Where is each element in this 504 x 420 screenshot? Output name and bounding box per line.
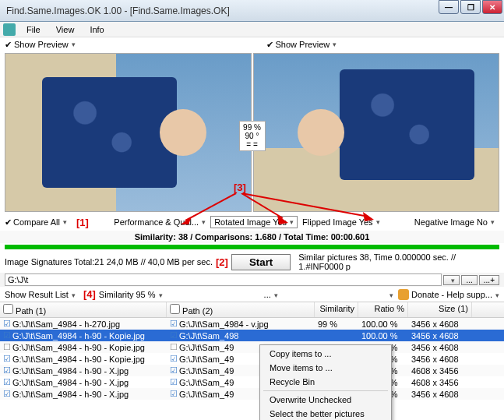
progress-bar (5, 245, 499, 249)
minimize-button[interactable]: — (439, 0, 459, 14)
similarity-filter-dropdown[interactable]: Similarity 95 % (99, 290, 163, 299)
signature-row: Image Signatures Total:21 24,0 MB // 40,… (0, 251, 504, 273)
path-dropdown[interactable] (443, 275, 460, 285)
misc-dropdown[interactable] (386, 290, 393, 299)
table-row[interactable]: G:\J\t\Sam_4984 - h-90 - X.jpgG:\J\t\Sam… (0, 388, 504, 400)
donate-link[interactable]: Donate - Help supp... (411, 290, 499, 299)
preview-right-image (253, 53, 500, 212)
status-summary: Similarity: 38 / Comparisons: 1.680 / To… (0, 231, 504, 243)
ctx-recycle-bin[interactable]: Recycle Bin (260, 375, 391, 389)
table-header: Path (1) Path (2) Similarity Ratio % Siz… (0, 302, 504, 318)
ctx-copy-items[interactable]: Copy items to ... (260, 347, 391, 361)
table-row[interactable]: G:\J\t\Sam_4984 - h-90 - Kopie.jpgG:\J\t… (0, 341, 504, 353)
flipped-image-dropdown[interactable]: Flipped Image Yes (302, 217, 380, 227)
table-row[interactable]: G:\J\t\Sam_4984 - h-90 - X.jpgG:\J\t\Sam… (0, 376, 504, 388)
show-preview-left[interactable]: ✔Show Preview (0, 37, 243, 51)
ctx-select-better[interactable]: Select the better pictures (260, 407, 391, 420)
ctx-move-items[interactable]: Move items to ... (260, 361, 391, 375)
menu-file[interactable]: File (19, 23, 48, 36)
options-row: ✔Compare All [1] x Performance & Qual...… (0, 214, 504, 231)
table-row[interactable]: G:\J\t\Sam_4984 - h-90 - Kopie.jpgG:\J\t… (0, 330, 504, 341)
table-row[interactable]: G:\J\t\Sam_4984 - h-270.jpgG:\J\t\Sam_49… (0, 318, 504, 330)
performance-dropdown[interactable]: Performance & Qual... (114, 217, 206, 227)
extra-dropdown[interactable]: ... (264, 290, 278, 299)
annotation-3: [3] (234, 182, 246, 193)
col-similarity[interactable]: Similarity (315, 302, 358, 317)
start-button[interactable]: Start (231, 254, 291, 270)
table-row[interactable]: G:\J\t\Sam_4984 - h-90 - X.jpgG:\J\t\Sam… (0, 365, 504, 376)
app-icon (3, 23, 16, 36)
rotated-image-dropdown[interactable]: Rotated Image Yes (210, 216, 298, 228)
comparison-info-box: 99 %90 °= = (239, 121, 266, 151)
annotation-1: [1] (76, 217, 89, 228)
col-ratio[interactable]: Ratio % (358, 302, 408, 317)
show-result-dropdown[interactable]: Show Result List (5, 290, 76, 299)
negative-image-dropdown[interactable]: Negative Image No (414, 217, 495, 227)
close-button[interactable]: ✕ (482, 0, 502, 14)
col-path2[interactable]: Path (2) (167, 302, 315, 317)
title-bar: Find.Same.Images.OK 1.00 - [Find.Same.Im… (0, 0, 504, 22)
path-add-button[interactable]: ...+ (479, 275, 499, 285)
signature-stats: Image Signatures Total:21 24,0 MB // 40,… (5, 257, 213, 266)
col-size[interactable]: Size (1) (408, 302, 472, 317)
context-menu: Copy items to ... Move items to ... Recy… (259, 344, 392, 420)
menu-view[interactable]: View (48, 23, 83, 36)
col-path1[interactable]: Path (1) (0, 302, 167, 317)
filter-row: Show Result List [4] Similarity 95 % ...… (0, 287, 504, 302)
maximize-button[interactable]: ❐ (460, 0, 481, 14)
similar-stats: Similar pictures 38, Time 0.000000 sec. … (298, 252, 499, 271)
menu-info[interactable]: Info (82, 23, 111, 36)
ctx-overwrite-unchecked[interactable]: Overwrite Unchecked (260, 393, 391, 407)
window-title: Find.Same.Images.OK 1.00 - [Find.Same.Im… (6, 5, 230, 16)
show-preview-right[interactable]: ✔Show Preview (243, 37, 505, 51)
results-table: Path (1) Path (2) Similarity Ratio % Siz… (0, 302, 504, 400)
path-browse-button[interactable]: ... (461, 275, 477, 285)
table-row[interactable]: G:\J\t\Sam_4984 - h-90 - Kopie.jpgG:\J\t… (0, 353, 504, 365)
annotation-4: [4] (83, 288, 96, 300)
compare-all-dropdown[interactable]: ✔Compare All (5, 217, 67, 228)
menu-bar: File View Info (0, 22, 504, 37)
annotation-2: [2] (216, 256, 228, 268)
path-row: ... ...+ (0, 273, 504, 287)
preview-left-image (5, 53, 252, 212)
path-input[interactable] (5, 274, 442, 286)
donate-icon (398, 289, 409, 300)
